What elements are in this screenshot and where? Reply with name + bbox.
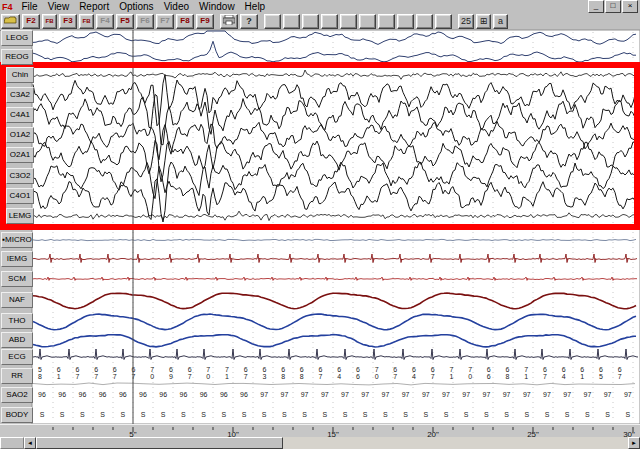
rr-value: 70 (375, 366, 379, 380)
rr-value: 67 (618, 366, 622, 380)
sao2-value: 97 (321, 391, 329, 398)
body-position-value: S (322, 411, 327, 418)
rr-value: 70 (468, 366, 472, 380)
body-position-value: S (484, 411, 489, 418)
rr-value: 58 (38, 366, 42, 380)
channel-label-scm[interactable]: SCM (1, 271, 33, 287)
sao2-value: 97 (523, 391, 531, 398)
channel-label-c4o1[interactable]: C4O1 (6, 188, 34, 204)
channel-label-chin[interactable]: Chin (6, 67, 34, 83)
sao2-value: 96 (99, 391, 107, 398)
body-position-value: S (262, 411, 267, 418)
body-position-value: S (60, 411, 65, 418)
sao2-value: 96 (220, 391, 228, 398)
sao2-value: 97 (382, 391, 390, 398)
channel-label-iemg[interactable]: IEMG (1, 251, 33, 267)
rr-value: 69 (169, 366, 173, 380)
rr-value: 70 (150, 366, 154, 380)
body-position-value: S (423, 411, 428, 418)
sao2-value: 97 (563, 391, 571, 398)
sao2-value: 97 (483, 391, 491, 398)
sao2-value: 97 (260, 391, 268, 398)
body-position-value: S (403, 411, 408, 418)
rr-value: 67 (431, 366, 435, 380)
channel-label-abd[interactable]: ABD (1, 332, 33, 348)
time-ruler: 5"10"15"20"25"30" (0, 424, 640, 438)
channel-label-reog[interactable]: REOG (1, 49, 33, 65)
body-position-value: S (120, 411, 125, 418)
body-position-value: S (464, 411, 469, 418)
rr-value: 67 (319, 366, 323, 380)
body-position-value: S (100, 411, 105, 418)
rr-value: 67 (113, 366, 117, 380)
sao2-value: 97 (442, 391, 450, 398)
body-position-value: S (201, 411, 206, 418)
body-position-value: S (282, 411, 287, 418)
channel-label-c4a1[interactable]: C4A1 (6, 107, 34, 123)
sao2-value: 97 (543, 391, 551, 398)
rr-value: 65 (599, 366, 603, 380)
rr-value: 71 (449, 366, 453, 380)
rr-value: 67 (132, 366, 136, 380)
body-position-value: S (504, 411, 509, 418)
sao2-value: 97 (604, 391, 612, 398)
sao2-value: 96 (159, 391, 167, 398)
channel-label-leog[interactable]: LEOG (1, 30, 33, 46)
body-position-value: S (141, 411, 146, 418)
scrollbar-thumb[interactable] (36, 437, 283, 449)
sao2-value: 96 (119, 391, 127, 398)
sao2-value: 96 (200, 391, 208, 398)
channel-label-micro[interactable]: ▪MICRO (1, 232, 33, 248)
channel-label-ecg[interactable]: ECG (1, 349, 33, 365)
rr-value: 67 (75, 366, 79, 380)
sao2-value: 97 (301, 391, 309, 398)
sao2-value: 97 (402, 391, 410, 398)
body-position-value: S (585, 411, 590, 418)
sao2-value: 97 (341, 391, 349, 398)
rr-value: 64 (337, 366, 341, 380)
scrollbar-corner (0, 437, 24, 449)
scroll-left-arrow[interactable]: ◄ (24, 437, 36, 449)
body-position-value: S (80, 411, 85, 418)
body-position-value: S (363, 411, 368, 418)
channel-label-c3o2[interactable]: C3O2 (6, 168, 34, 184)
sao2-value: 96 (58, 391, 66, 398)
rr-value: 67 (94, 366, 98, 380)
body-position-value: S (242, 411, 247, 418)
rr-value: 66 (356, 366, 360, 380)
channel-label-o2a1[interactable]: O2A1 (6, 147, 34, 163)
sao2-value: 96 (180, 391, 188, 398)
sao2-value: 97 (422, 391, 430, 398)
channel-label-body[interactable]: BODY (1, 407, 33, 423)
horizontal-scrollbar[interactable]: ◄ ► (0, 437, 640, 449)
waveform-canvas: 5861676767677069677071676368686764667067… (0, 0, 640, 449)
body-position-value: S (181, 411, 186, 418)
rr-value: 67 (393, 366, 397, 380)
body-position-value: S (40, 411, 45, 418)
rr-value: 63 (262, 366, 266, 380)
sao2-value: 96 (38, 391, 46, 398)
channel-label-o1a2[interactable]: O1A2 (6, 127, 34, 143)
sao2-value: 96 (79, 391, 87, 398)
channel-label-naf[interactable]: NAF (1, 292, 33, 308)
body-position-value: S (161, 411, 166, 418)
scroll-right-arrow[interactable]: ► (628, 437, 640, 449)
rr-value: 71 (225, 366, 229, 380)
sao2-value: 97 (503, 391, 511, 398)
body-position-value: S (565, 411, 570, 418)
channel-label-sao2[interactable]: SAO2 (1, 387, 33, 403)
sao2-value: 97 (281, 391, 289, 398)
rr-value: 68 (506, 366, 510, 380)
channel-label-lemg[interactable]: LEMG (6, 208, 34, 224)
sao2-value: 97 (584, 391, 592, 398)
body-position-value: S (343, 411, 348, 418)
body-position-value: S (383, 411, 388, 418)
rr-value: 67 (543, 366, 547, 380)
rr-value: 68 (300, 366, 304, 380)
rr-value: 70 (206, 366, 210, 380)
channel-label-c3a2[interactable]: C3A2 (6, 87, 34, 103)
rr-value: 66 (487, 366, 491, 380)
sao2-value: 96 (139, 391, 147, 398)
channel-label-tho[interactable]: THO (1, 313, 33, 329)
channel-label-rr[interactable]: RR (1, 368, 33, 384)
